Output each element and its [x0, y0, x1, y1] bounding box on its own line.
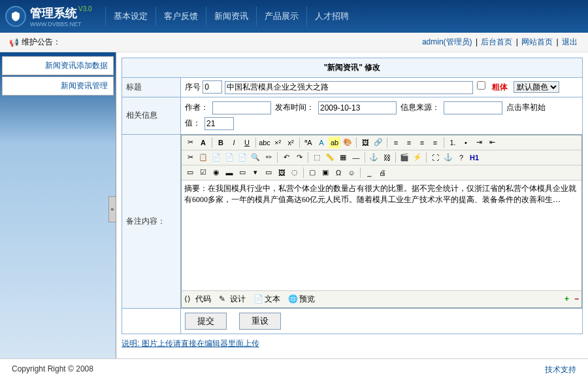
textarea-icon[interactable]: ▭ [237, 167, 248, 179]
media-icon[interactable]: 🎬 [399, 152, 410, 164]
paste-word-icon[interactable]: 📄 [237, 152, 248, 164]
link-back-home[interactable]: 后台首页 [481, 37, 512, 46]
link-site-home[interactable]: 网站首页 [521, 37, 553, 46]
select-field-icon[interactable]: ▾ [250, 167, 261, 179]
textfield-icon[interactable]: ▬ [223, 167, 235, 179]
unlink-icon[interactable]: ⛓ [381, 152, 393, 164]
nav-products[interactable]: 产品展示 [256, 7, 306, 26]
editor-textarea[interactable]: 摘要：在我国模具行业中，私营个体企业的数量占有很大的比重。据不完全统计，仅浙江省… [182, 181, 581, 288]
nav-news[interactable]: 新闻资讯 [206, 7, 256, 26]
flash-icon[interactable]: ⚡ [412, 152, 423, 164]
clear-icon[interactable]: ×² [272, 137, 284, 148]
find-icon[interactable]: 🔍 [250, 152, 261, 164]
source-input[interactable] [444, 101, 502, 114]
sidebar-item-manage[interactable]: 新闻资讯管理 [2, 77, 114, 95]
form-icon[interactable]: ▭ [184, 167, 196, 179]
author-input[interactable] [212, 101, 271, 114]
help-icon[interactable]: ? [455, 152, 467, 164]
font-icon[interactable]: A [197, 137, 209, 148]
support-link[interactable]: 技术支持 [545, 364, 576, 375]
seq-input[interactable] [203, 80, 222, 94]
copy-icon[interactable]: 📋 [197, 152, 209, 164]
smiley-icon[interactable]: ☺ [346, 167, 357, 179]
submit-button[interactable]: 提交 [185, 313, 227, 330]
checkbox-icon[interactable]: ☑ [197, 167, 209, 179]
link-icon[interactable]: 🔗 [372, 137, 384, 148]
shrink-button[interactable]: − [574, 294, 579, 303]
align-right-icon[interactable]: ≡ [416, 137, 428, 148]
iframe-icon[interactable]: ▣ [319, 167, 331, 179]
paste-text-icon[interactable]: 📄 [223, 152, 235, 164]
align-left-icon[interactable]: ≡ [390, 137, 402, 148]
table-icon[interactable]: ▦ [337, 152, 349, 164]
select-icon[interactable]: ⬚ [311, 152, 323, 164]
tab-text[interactable]: 📄文本 [253, 294, 280, 305]
rule-icon[interactable]: 📏 [324, 152, 336, 164]
paste-icon[interactable]: 📄 [210, 152, 222, 164]
anchor2-icon[interactable]: ⚓ [442, 152, 454, 164]
sidebar-item-add[interactable]: 新闻资讯添加数据 [2, 56, 114, 75]
list-ul-icon[interactable]: • [460, 137, 472, 148]
radio-icon[interactable]: ◉ [210, 167, 222, 179]
link-admin[interactable]: admin(管理员) [422, 37, 472, 46]
fontcolor-icon[interactable]: A [316, 137, 327, 148]
hits-input[interactable] [204, 117, 234, 130]
list-ol-icon[interactable]: 1. [447, 137, 459, 148]
nav-jobs[interactable]: 人才招聘 [306, 7, 357, 26]
hidden-icon[interactable]: ◌ [289, 167, 301, 179]
tab-preview[interactable]: 🌐预览 [288, 294, 315, 305]
omega-icon[interactable]: Ω [333, 167, 344, 179]
note-prefix: 说明: [122, 339, 142, 348]
cut2-icon[interactable]: ✂ [184, 152, 196, 164]
palette-icon[interactable]: 🎨 [342, 137, 353, 148]
editor-tabs: ⟨⟩代码 ✎设计 📄文本 🌐预览 + − [182, 290, 581, 307]
tab-design[interactable]: ✎设计 [219, 294, 246, 305]
design-icon: ✎ [219, 294, 228, 303]
anchor-icon[interactable]: ⚓ [368, 152, 380, 164]
nav-basic[interactable]: 基本设定 [105, 7, 155, 26]
print-icon[interactable]: 🖨 [376, 167, 388, 179]
editor-toolbar-2: ✂ 📋 📄 📄 📄 🔍 ✏ ↶ ↷ ⬚ 📏 [182, 150, 581, 165]
title-input[interactable] [225, 81, 473, 94]
italic-icon[interactable]: I [228, 137, 240, 148]
top-links: admin(管理员) | 后台首页 | 网站首页 | 退出 [421, 37, 579, 48]
button-icon[interactable]: ▭ [263, 167, 274, 179]
pagebreak-icon[interactable]: ⎯ [363, 167, 375, 179]
super-icon[interactable]: x² [285, 137, 297, 148]
justify-icon[interactable]: ≡ [429, 137, 441, 148]
image-icon[interactable]: 🖼 [359, 137, 371, 148]
bold-icon[interactable]: B [215, 137, 227, 148]
label-title: 标题 [122, 78, 181, 97]
redo-icon[interactable]: ↷ [293, 152, 305, 164]
collapse-button[interactable]: « [108, 196, 116, 222]
div-icon[interactable]: ▢ [306, 167, 318, 179]
cut-icon[interactable]: ✂ [184, 137, 196, 148]
label-remark: 备注内容： [122, 134, 181, 308]
outdent-icon[interactable]: ⇤ [486, 137, 498, 148]
underline-icon[interactable]: U [241, 137, 253, 148]
upload-note-link[interactable]: 图片上传请直接在编辑器里面上传 [142, 339, 259, 348]
pubtime-input[interactable] [318, 101, 397, 114]
color-select[interactable]: 默认颜色 [514, 81, 559, 93]
copyright: Copyright Right © 2008 [12, 364, 93, 375]
sidebar: 新闻资讯添加数据 新闻资讯管理 « [0, 52, 116, 358]
reset-button[interactable]: 重设 [239, 313, 281, 330]
fontsize-icon[interactable]: ªA [302, 137, 314, 148]
bgcolor-icon[interactable]: ab [329, 137, 340, 148]
link-exit[interactable]: 退出 [562, 37, 578, 46]
align-center-icon[interactable]: ≡ [403, 137, 415, 148]
expand-button[interactable]: + [564, 294, 569, 303]
fullscreen-icon[interactable]: ⛶ [429, 152, 441, 164]
undo-icon[interactable]: ↶ [280, 152, 292, 164]
h1-icon[interactable]: H1 [468, 152, 480, 164]
tab-code[interactable]: ⟨⟩代码 [184, 294, 211, 305]
nav-feedback[interactable]: 客户反馈 [155, 7, 206, 26]
edit-form: "新闻资讯" 修改 标题 序号 粗体 默认颜色 相关信息 作者： [122, 58, 583, 334]
img-btn-icon[interactable]: 🖼 [276, 167, 287, 179]
bold-label: 粗体 [492, 82, 508, 92]
hr-icon[interactable]: — [350, 152, 362, 164]
eraser-icon[interactable]: ✏ [263, 152, 274, 164]
strike-icon[interactable]: abc [259, 137, 270, 148]
indent-icon[interactable]: ⇥ [473, 137, 485, 148]
bold-checkbox[interactable] [477, 81, 485, 90]
